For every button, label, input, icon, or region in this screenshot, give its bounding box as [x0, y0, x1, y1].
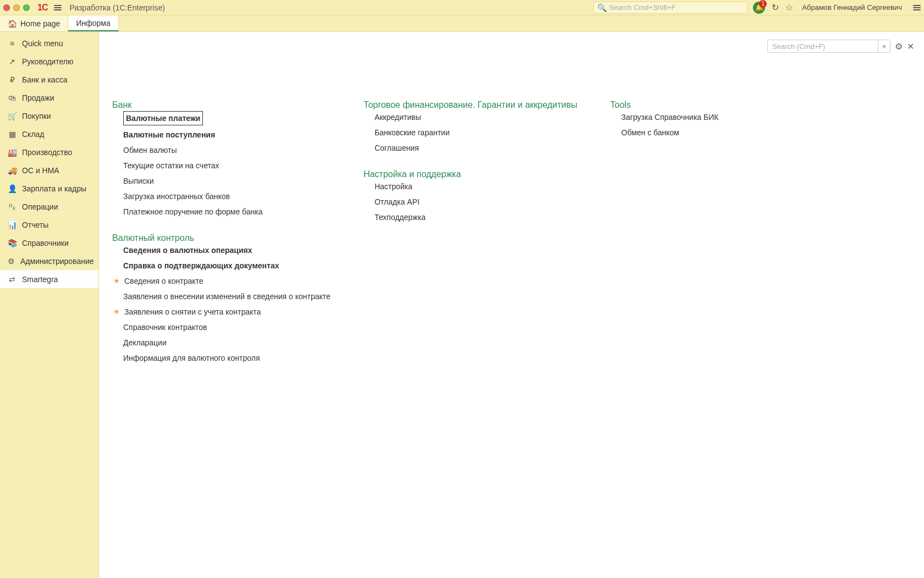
menu-link[interactable]: Аккредитивы	[375, 111, 578, 123]
sidebar-item-label: Справочники	[22, 239, 69, 247]
menu-link-label: Валютные поступления	[123, 129, 215, 141]
page-search-input[interactable]	[768, 40, 878, 52]
admin-icon: ⚙	[8, 257, 15, 266]
menu-link[interactable]: Декларации	[123, 337, 331, 349]
settings-icon[interactable]: ⚙	[895, 41, 903, 52]
sidebar-item-quick-menu[interactable]: ≡Quick menu	[0, 34, 98, 52]
assets-icon: 🚚	[8, 166, 16, 175]
sidebar-item-bank-cash[interactable]: ₽Банк и касса	[0, 70, 98, 89]
main-menu-icon[interactable]	[54, 5, 62, 10]
sidebar-item-warehouse[interactable]: ▦Склад	[0, 125, 98, 143]
sidebar-item-label: ОС и НМА	[22, 166, 59, 175]
global-search-input[interactable]	[609, 3, 744, 12]
section-items: Сведения о валютных операцияхСправка о п…	[112, 244, 331, 364]
menu-link[interactable]: Техподдержка	[375, 211, 578, 223]
menu-link-label: Сведения о контракте	[124, 275, 204, 287]
star-icon: ★	[113, 275, 120, 287]
menu-link[interactable]: ★Заявления о снятии с учета контракта	[123, 306, 331, 318]
menu-link[interactable]: Выписки	[123, 175, 331, 187]
menu-link[interactable]: Банковские гарантии	[375, 126, 578, 139]
main-toolbar: × ⚙ ✕	[767, 40, 914, 53]
hr-icon: 👤	[8, 184, 16, 193]
history-icon[interactable]: ↻	[772, 2, 779, 13]
sidebar-item-label: Банк и касса	[22, 75, 67, 84]
menu-link[interactable]: Отладка API	[375, 196, 578, 208]
tab-home[interactable]: 🏠 Home page	[0, 15, 68, 31]
page-search-clear[interactable]: ×	[878, 40, 890, 52]
sidebar-item-manager[interactable]: ↗Руководителю	[0, 52, 98, 70]
section-column: Торговое финансирование. Гарантии и аккр…	[364, 100, 578, 364]
manager-icon: ↗	[8, 57, 16, 66]
operations-icon: ᴰₖ	[8, 202, 16, 211]
sidebar-item-assets[interactable]: 🚚ОС и НМА	[0, 161, 98, 179]
window-minimize-icon[interactable]	[13, 4, 20, 11]
menu-link[interactable]: Платежное поручение по форме банка	[123, 206, 331, 218]
section-title: Банк	[112, 100, 331, 110]
user-name[interactable]: Абрамов Геннадий Сергеевич	[802, 3, 902, 12]
sales-icon: 🛍	[8, 93, 16, 102]
menu-link-label: Техподдержка	[375, 211, 426, 223]
window-close-icon[interactable]	[3, 4, 10, 11]
sections-container: БанкВалютные платежиВалютные поступления…	[112, 100, 911, 364]
sidebar-item-label: Покупки	[22, 112, 51, 120]
sidebar-item-hr[interactable]: 👤Зарплата и кадры	[0, 179, 98, 197]
menu-link[interactable]: Соглашения	[375, 142, 578, 154]
menu-link[interactable]: Валютные платежи	[123, 111, 331, 125]
sidebar-item-admin[interactable]: ⚙Администрирование	[0, 252, 98, 270]
sidebar-item-purchases[interactable]: 🛒Покупки	[0, 107, 98, 125]
sidebar-item-label: Администрирование	[20, 257, 94, 266]
settings-menu-icon[interactable]	[913, 5, 921, 10]
menu-link[interactable]: Обмен с банком	[622, 126, 719, 139]
sidebar-item-reports[interactable]: 📊Отчеты	[0, 216, 98, 234]
menu-link[interactable]: Сведения о валютных операциях	[123, 244, 331, 256]
menu-link-label: Отладка API	[375, 196, 420, 208]
menu-link[interactable]: Справка о подтверждающих документах	[123, 260, 331, 272]
titlebar: 1C Разработка (1C:Enterprise) 🔍 🔔 1 ↻ ☆ …	[0, 0, 924, 15]
sidebar-item-smartegra[interactable]: ⇄Smartegra	[0, 270, 98, 288]
production-icon: 🏭	[8, 148, 16, 157]
window-maximize-icon[interactable]	[23, 4, 30, 11]
page-search[interactable]: ×	[767, 40, 890, 53]
sidebar: ≡Quick menu↗Руководителю₽Банк и касса🛍Пр…	[0, 32, 99, 578]
section-items: НастройкаОтладка APIТехподдержка	[364, 180, 578, 223]
menu-link[interactable]: Загрузка Справочника БИК	[622, 111, 719, 123]
favorites-icon[interactable]: ☆	[785, 2, 793, 13]
menu-link[interactable]: Обмен валюты	[123, 144, 331, 156]
search-icon: 🔍	[597, 3, 607, 12]
menu-link-label: Выписки	[123, 175, 154, 187]
notifications-button[interactable]: 🔔 1	[753, 2, 765, 14]
sidebar-item-sales[interactable]: 🛍Продажи	[0, 89, 98, 107]
global-search[interactable]: 🔍	[593, 2, 747, 14]
section: БанкВалютные платежиВалютные поступления…	[112, 100, 331, 218]
section-items: Валютные платежиВалютные поступленияОбме…	[112, 111, 331, 218]
menu-link[interactable]: Настройка	[375, 180, 578, 192]
sidebar-item-catalogs[interactable]: 📚Справочники	[0, 234, 98, 252]
tab-info-label: Информа	[76, 19, 110, 27]
sidebar-item-operations[interactable]: ᴰₖОперации	[0, 197, 98, 216]
section-title: Валютный контроль	[112, 233, 331, 243]
menu-link[interactable]: Текущие остатки на счетах	[123, 159, 331, 172]
sidebar-item-production[interactable]: 🏭Производство	[0, 143, 98, 161]
menu-link[interactable]: Справочник контрактов	[123, 321, 331, 333]
sidebar-item-label: Производство	[22, 148, 72, 157]
close-icon[interactable]: ✕	[907, 41, 914, 52]
quick-menu-icon: ≡	[8, 39, 16, 48]
menu-link[interactable]: Валютные поступления	[123, 129, 331, 141]
sidebar-item-label: Quick menu	[22, 39, 63, 48]
tab-info[interactable]: Информа	[68, 15, 118, 31]
notifications-badge: 1	[759, 0, 767, 8]
menu-link[interactable]: Информация для валютного контроля	[123, 352, 331, 364]
menu-link[interactable]: Загрузка иностранных банков	[123, 190, 331, 202]
catalogs-icon: 📚	[8, 239, 16, 247]
menu-link-label: Платежное поручение по форме банка	[123, 206, 263, 218]
main-area: × ⚙ ✕ БанкВалютные платежиВалютные посту…	[99, 32, 924, 578]
menu-link[interactable]: Заявления о внесении изменений в сведени…	[123, 290, 331, 302]
section-title: Tools	[610, 100, 719, 110]
home-icon: 🏠	[8, 19, 17, 28]
menu-link-label: Декларации	[123, 337, 167, 349]
menu-link-label: Валютные платежи	[123, 111, 203, 125]
section-title: Торговое финансирование. Гарантии и аккр…	[364, 100, 578, 110]
window-title: Разработка (1C:Enterprise)	[69, 3, 164, 12]
menu-link[interactable]: ★Сведения о контракте	[123, 275, 331, 287]
section-column: ToolsЗагрузка Справочника БИКОбмен с бан…	[610, 100, 719, 364]
